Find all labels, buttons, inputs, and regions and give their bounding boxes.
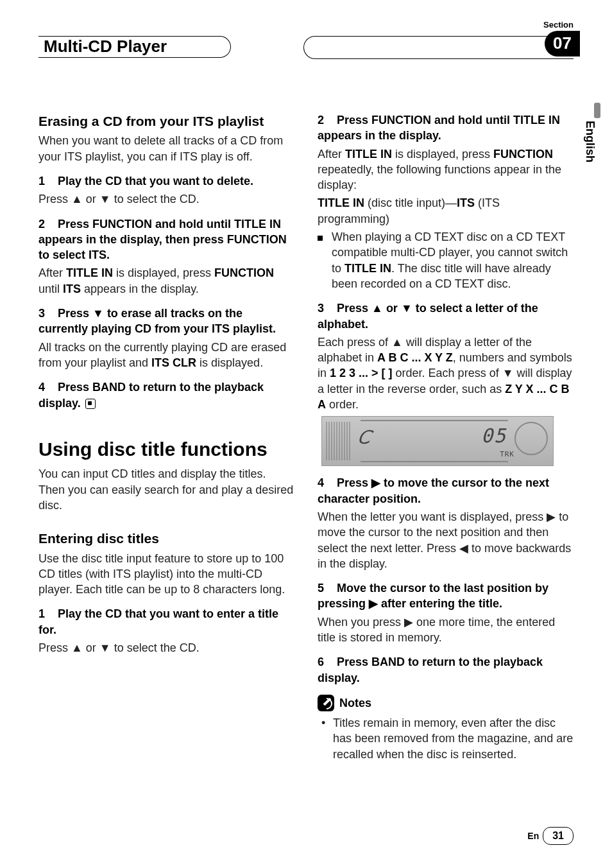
- up-icon: ▲: [71, 641, 83, 654]
- notes-list: • Titles remain in memory, even after th…: [318, 715, 574, 762]
- right-step-2-body-b: TITLE IN (disc title input)—ITS (ITS pro…: [318, 195, 574, 227]
- right-step-2-body-a: After TITLE IN is displayed, press FUNCT…: [318, 146, 574, 193]
- right-step-2: 2Press FUNCTION and hold until TITLE IN …: [318, 112, 574, 144]
- display-dial-icon: [514, 422, 548, 455]
- entering-intro: Use the disc title input feature to stor…: [38, 551, 294, 598]
- left-step-2: 2Press FUNCTION and hold until TITLE IN …: [38, 216, 294, 263]
- left-step-1: 1Play the CD that you want to delete.: [38, 173, 294, 189]
- display-trk-label: TRK: [500, 450, 514, 460]
- notes-title: Notes: [339, 695, 371, 711]
- right-step-3: 3Press ▲ or ▼ to select a letter of the …: [318, 300, 574, 332]
- display-track-number: 05: [481, 423, 507, 449]
- language-tab-indicator: [594, 103, 600, 118]
- right-icon: ▶: [404, 616, 413, 629]
- left-step-1-body: Press ▲ or ▼ to select the CD.: [38, 191, 294, 207]
- notes-pencil-icon: [318, 695, 334, 711]
- section-label: Section: [543, 19, 574, 31]
- bullet-icon: [318, 229, 332, 300]
- right-step-5: 5Move the cursor to the last position by…: [318, 580, 574, 612]
- up-icon: ▲: [391, 336, 403, 349]
- right-step-4: 4Press ▶ to move the cursor to the next …: [318, 475, 574, 507]
- disc-title-intro: You can input CD titles and display the …: [38, 466, 294, 513]
- right-step-5-body: When you press ▶ one more time, the ente…: [318, 614, 574, 646]
- right-step-2-note: When playing a CD TEXT disc on a CD TEXT…: [318, 229, 574, 300]
- left-step-3: 3Press ▼ to erase all tracks on the curr…: [38, 306, 294, 337]
- right-step-6: 6Press BAND to return to the playback di…: [318, 654, 574, 686]
- display-eq-bars-icon: [326, 422, 352, 460]
- left-icon: ◀: [459, 542, 468, 555]
- right-step-3-body: Each press of ▲ will display a letter of…: [318, 334, 574, 412]
- page-header: Multi-CD Player Section 07: [38, 19, 574, 61]
- note-item: • Titles remain in memory, even after th…: [333, 715, 574, 762]
- display-char: 𝘊: [357, 423, 370, 451]
- bullet-dot-icon: •: [321, 715, 325, 731]
- end-section-icon: [85, 399, 96, 409]
- footer-page-number: 31: [543, 827, 574, 845]
- header-right-frame: [303, 36, 574, 59]
- notes-header: Notes: [318, 695, 574, 711]
- down-icon: ▼: [99, 193, 111, 205]
- lcd-display-illustration: 𝘊 05 TRK: [321, 416, 554, 466]
- right-icon: ▶: [547, 510, 556, 523]
- right-icon: ▶: [371, 476, 380, 489]
- heading-erasing: Erasing a CD from your ITS playlist: [38, 112, 294, 130]
- section-number-badge: 07: [545, 31, 580, 56]
- language-tab: English: [582, 121, 598, 162]
- left-step-b1: 1Play the CD that you want to enter a ti…: [38, 606, 294, 638]
- down-icon: ▼: [92, 307, 104, 320]
- left-step-2-body: After TITLE IN is displayed, press FUNCT…: [38, 265, 294, 297]
- footer-lang: En: [527, 830, 539, 842]
- up-icon: ▲: [371, 302, 383, 315]
- header-title-frame: Multi-CD Player: [38, 36, 231, 58]
- heading-entering-disc-titles: Entering disc titles: [38, 530, 294, 548]
- right-icon: ▶: [369, 597, 378, 610]
- header-title: Multi-CD Player: [44, 35, 167, 58]
- left-step-b1-body: Press ▲ or ▼ to select the CD.: [38, 640, 294, 655]
- page: Multi-CD Player Section 07 English Erasi…: [0, 0, 612, 868]
- left-step-4: 4Press BAND to return to the playback di…: [38, 379, 294, 411]
- down-icon: ▼: [502, 367, 514, 379]
- content-columns: Erasing a CD from your ITS playlist When…: [38, 112, 574, 771]
- down-icon: ▼: [99, 641, 111, 654]
- left-column: Erasing a CD from your ITS playlist When…: [38, 112, 294, 771]
- down-icon: ▼: [401, 302, 412, 315]
- erasing-intro: When you want to delete all tracks of a …: [38, 133, 294, 164]
- up-icon: ▲: [71, 193, 83, 205]
- page-footer: En 31: [527, 827, 574, 845]
- heading-disc-title-functions: Using disc title functions: [38, 437, 294, 463]
- left-step-3-body: All tracks on the currently playing CD a…: [38, 340, 294, 371]
- right-step-4-body: When the letter you want is displayed, p…: [318, 509, 574, 571]
- right-column: 2Press FUNCTION and hold until TITLE IN …: [318, 112, 574, 771]
